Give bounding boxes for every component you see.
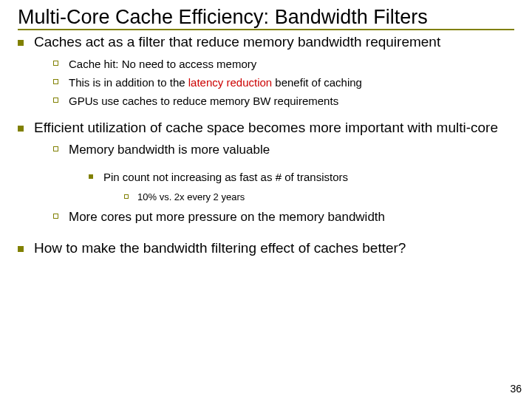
open-square-bullet-icon [53,214,58,219]
open-square-bullet-icon [53,98,58,103]
sub-bullets: More cores put more pressure on the memo… [53,208,514,226]
sub-bullets: Cache hit: No need to access memory This… [53,56,514,109]
open-square-bullet-icon [53,146,58,151]
sub-sub-bullets: Pin count not increasing as fast as # of… [89,169,514,185]
open-square-bullet-icon [53,61,58,66]
bullet-lvl1: How to make the bandwidth filtering effe… [18,239,514,258]
bullet-text: Caches act as a filter that reduce memor… [34,33,440,52]
square-bullet-icon [18,246,24,252]
bullet-lvl4: 10% vs. 2x every 2 years [124,191,514,204]
bullet-lvl1: Efficient utilization of cache space bec… [18,119,514,137]
bullet-lvl3: Pin count not increasing as fast as # of… [89,169,514,185]
bullet-lvl2: GPUs use caches to reduce memory BW requ… [53,93,514,109]
bullet-text: 10% vs. 2x every 2 years [137,191,245,204]
bullet-text: Memory bandwidth is more valuable [69,141,270,159]
bullet-lvl2: This is in addition to the latency reduc… [53,75,514,90]
slide-title: Multi-Core Cache Efficiency: Bandwidth F… [18,6,514,30]
bullet-lvl1: Caches act as a filter that reduce memor… [18,33,514,52]
bullet-lvl2: Memory bandwidth is more valuable [53,141,514,159]
sub-sub-sub-bullets: 10% vs. 2x every 2 years [124,191,514,204]
bullet-text: Pin count not increasing as fast as # of… [103,169,348,185]
bullet-text: This is in addition to the latency reduc… [69,75,362,90]
bullet-text: Efficient utilization of cache space bec… [34,119,498,137]
bullet-text: GPUs use caches to reduce memory BW requ… [69,93,338,109]
bullet-text: Cache hit: No need to access memory [69,56,256,72]
bullet-lvl2: More cores put more pressure on the memo… [53,208,514,226]
square-bullet-icon [18,126,24,132]
slide: Multi-Core Cache Efficiency: Bandwidth F… [0,0,532,258]
small-square-bullet-icon [89,174,93,179]
page-number: 36 [510,383,522,395]
bullet-text: How to make the bandwidth filtering effe… [34,239,406,258]
open-square-bullet-icon [53,79,58,84]
bullet-lvl2: Cache hit: No need to access memory [53,56,514,72]
square-bullet-icon [18,40,24,46]
bullet-text: More cores put more pressure on the memo… [69,208,385,226]
sub-bullets: Memory bandwidth is more valuable [53,141,514,159]
highlighted-term: latency reduction [188,76,272,89]
small-open-square-bullet-icon [124,194,129,199]
